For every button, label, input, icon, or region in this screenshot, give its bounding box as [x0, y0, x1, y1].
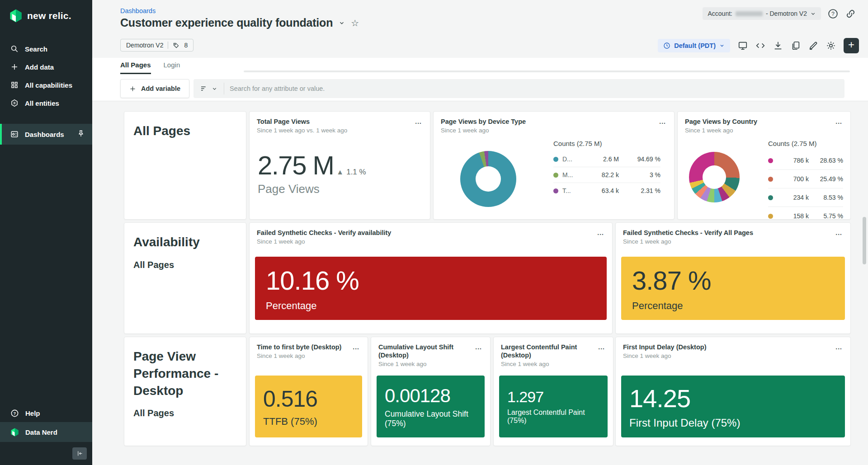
tab-login[interactable]: Login	[164, 61, 180, 74]
widget-menu-button[interactable]: ...	[414, 117, 423, 126]
account-switcher[interactable]: Account: - Demotron V2	[703, 7, 821, 20]
widget-title: First Input Delay (Desktop) Since 1 week…	[623, 343, 835, 360]
widget-menu-button[interactable]: ...	[474, 343, 483, 351]
clock-icon	[663, 42, 670, 49]
attribute-search-bar	[193, 79, 844, 98]
widget-largest-contentful-paint: Largest Contentful Paint (Desktop) Since…	[493, 337, 613, 446]
widget-title: Largest Contentful Paint (Desktop) Since…	[501, 343, 597, 368]
legend-percent: 28.63 %	[809, 157, 843, 164]
pin-icon[interactable]	[77, 130, 85, 138]
section-subtitle: All Pages	[124, 251, 246, 270]
legend-color-dot	[553, 188, 558, 193]
sidebar-item-label: Search	[25, 45, 47, 53]
legend-row[interactable]: M...82.2 k3 %	[553, 167, 660, 183]
legend-color-dot	[768, 158, 773, 163]
legend-row[interactable]: 158 k5.75 %	[768, 207, 843, 220]
widget-subtitle: Since 1 week ago	[501, 361, 597, 368]
collapse-sidebar-button[interactable]	[72, 447, 87, 460]
time-picker[interactable]: Default (PDT)	[658, 39, 730, 52]
sidebar-item-search[interactable]: Search	[0, 40, 92, 58]
page-tabs: All Pages Login	[120, 61, 180, 74]
legend-row[interactable]: 786 k28.63 %	[768, 151, 843, 169]
billboard-label: Largest Contentful Paint (75%)	[507, 409, 599, 425]
legend-percent: 2.31 %	[619, 187, 660, 194]
add-variable-label: Add variable	[141, 85, 180, 92]
code-icon[interactable]	[755, 41, 765, 51]
sidebar-item-dashboards[interactable]: Dashboards	[0, 124, 92, 145]
dashboard-tag-chip[interactable]: Demotron V2 8	[120, 39, 193, 52]
delta-value: 1.1 %	[346, 168, 366, 177]
widget-menu-button[interactable]: ...	[597, 343, 606, 351]
device-type-legend: Counts (2.75 M) D...2.6 M94.69 %M...82.2…	[553, 140, 660, 198]
legend-row[interactable]: 234 k8.53 %	[768, 188, 843, 207]
country-legend: Counts (2.75 M) 786 k28.63 %700 k25.49 %…	[768, 140, 843, 220]
widget-menu-button[interactable]: ...	[835, 229, 843, 237]
sidebar-item-add-data[interactable]: Add data	[0, 58, 92, 76]
add-widget-button[interactable]: +	[844, 38, 859, 53]
widget-subtitle: Since 1 week ago	[685, 127, 835, 135]
legend-title: Counts (2.75 M)	[553, 140, 660, 147]
vertical-scrollbar-thumb[interactable]	[863, 217, 866, 264]
widget-menu-button[interactable]: ...	[658, 117, 667, 126]
breadcrumb[interactable]: Dashboards	[120, 7, 156, 14]
filter-list-icon	[200, 85, 208, 93]
widget-subtitle: Since 1 week ago	[378, 361, 474, 368]
new-relic-logo-icon	[9, 9, 23, 23]
widget-menu-button[interactable]: ...	[352, 343, 360, 351]
link-icon[interactable]	[845, 8, 856, 19]
widget-menu-button[interactable]: ...	[596, 229, 605, 237]
widget-menu-button[interactable]: ...	[835, 343, 843, 351]
widget-menu-button[interactable]: ...	[835, 117, 843, 126]
legend-row[interactable]: D...2.6 M94.69 %	[553, 151, 660, 167]
tag-count: 8	[184, 42, 188, 49]
gear-icon[interactable]	[826, 41, 836, 51]
filter-dropdown-button[interactable]	[193, 85, 224, 93]
time-picker-label: Default (PDT)	[674, 42, 716, 49]
legend-percent: 8.53 %	[809, 194, 843, 201]
section-card-page-view-performance: Page View Performance - Desktop All Page…	[124, 337, 246, 446]
sidebar-collapse-row	[0, 442, 92, 465]
widget-title: Cumulative Layout Shift (Desktop) Since …	[378, 343, 474, 368]
widget-failed-synthetic-checks-availability: Failed Synthetic Checks - Verify availab…	[249, 222, 613, 334]
sidebar-item-data-nerd[interactable]: Data Nerd	[0, 422, 92, 442]
edit-icon[interactable]	[808, 41, 818, 51]
legend-row[interactable]: 700 k25.49 %	[768, 169, 843, 188]
chevron-down-icon	[810, 11, 816, 17]
legend-percent: 3 %	[619, 171, 660, 178]
delta-up-triangle-icon: ▲	[336, 168, 344, 176]
search-input[interactable]	[224, 85, 844, 92]
help-icon: ?	[10, 409, 19, 418]
grid-icon	[10, 81, 19, 89]
sidebar-item-label: Dashboards	[25, 131, 64, 138]
legend-value: 158 k	[783, 212, 809, 220]
legend-row[interactable]: T...63.4 k2.31 %	[553, 183, 660, 198]
warning-billboard: 3.87 % Percentage	[621, 257, 845, 320]
tv-mode-icon[interactable]	[738, 41, 748, 51]
widget-page-views-by-device-type: Page Views by Device Type Since 1 week a…	[433, 111, 675, 220]
sidebar-item-all-entities[interactable]: All entities	[0, 94, 92, 112]
data-nerd-logo-icon	[10, 428, 19, 437]
copy-icon[interactable]	[791, 41, 801, 51]
billboard-label: Cumulative Layout Shift (75%)	[385, 409, 476, 428]
widget-subtitle: Since 1 week ago vs. 1 week ago	[257, 127, 414, 135]
legend-value: 63.4 k	[583, 187, 619, 194]
critical-billboard: 10.16 % Percentage	[255, 257, 607, 320]
title-chevron-down-icon[interactable]	[339, 20, 345, 26]
tab-all-pages[interactable]: All Pages	[120, 61, 151, 74]
section-title: Page View Performance - Desktop	[124, 337, 246, 399]
widget-subtitle: Since 1 week ago	[441, 127, 658, 135]
add-variable-button[interactable]: Add variable	[120, 79, 189, 98]
widget-time-to-first-byte: Time to first byte (Desktop) Since 1 wee…	[249, 337, 368, 446]
favorite-star-icon[interactable]: ☆	[351, 18, 359, 28]
help-circle-icon[interactable]: ?	[827, 8, 839, 19]
new-relic-logo[interactable]: new relic.	[0, 0, 92, 23]
legend-title: Counts (2.75 M)	[768, 140, 843, 147]
sidebar-item-label: All entities	[25, 99, 59, 107]
sidebar-item-help[interactable]: ? Help	[0, 404, 92, 422]
sidebar-item-label: Add data	[25, 63, 54, 71]
success-billboard: 14.25 First Input Delay (75%)	[621, 376, 845, 437]
svg-text:?: ?	[14, 410, 16, 415]
download-icon[interactable]	[773, 41, 783, 51]
sidebar-item-all-capabilities[interactable]: All capabilities	[0, 76, 92, 94]
sidebar-item-label: Help	[25, 409, 40, 417]
